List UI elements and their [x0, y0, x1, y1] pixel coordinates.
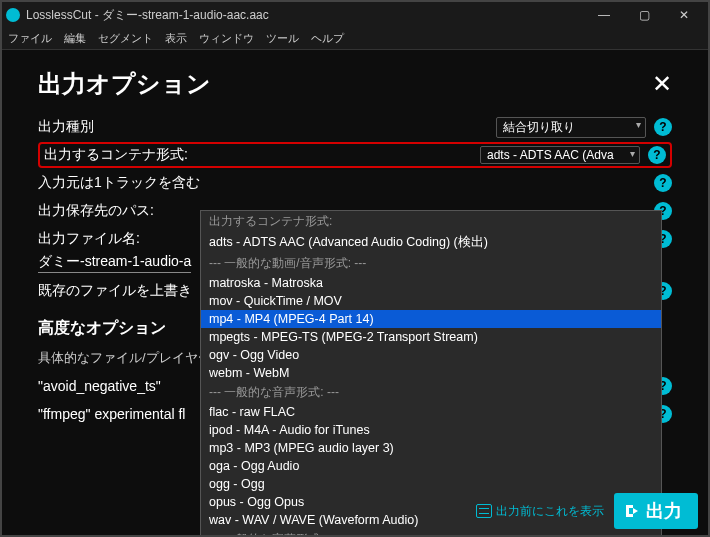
- menu-view[interactable]: 表示: [165, 31, 187, 46]
- tracks-label: 入力元は1トラックを含む: [38, 174, 200, 192]
- show-before-label: 出力前にこれを表示: [496, 503, 604, 520]
- dropdown-group-label: --- 一般的な音声形式: ---: [201, 382, 661, 403]
- export-options-dialog: 出力オプション ✕ 出力種別 結合切り取り ? 出力するコンテナ形式: adts…: [2, 50, 708, 535]
- titlebar: LosslessCut - ダミー-stream-1-audio-aac.aac…: [2, 2, 708, 28]
- output-filename[interactable]: ダミー-stream-1-audio-a: [38, 253, 191, 273]
- window-controls: — ▢ ✕: [584, 2, 704, 28]
- dropdown-item[interactable]: oga - Ogg Audio: [201, 457, 661, 475]
- filename-label: 出力ファイル名:: [38, 230, 140, 248]
- menubar: ファイル 編集 セグメント 表示 ウィンドウ ツール ヘルプ: [2, 28, 708, 50]
- output-type-label: 出力種別: [38, 118, 94, 136]
- menu-tools[interactable]: ツール: [266, 31, 299, 46]
- output-type-select[interactable]: 結合切り取り: [496, 117, 646, 138]
- close-window-button[interactable]: ✕: [664, 2, 704, 28]
- dropdown-item[interactable]: matroska - Matroska: [201, 274, 661, 292]
- container-format-row: 出力するコンテナ形式: adts - ADTS AAC (Adva ?: [38, 142, 672, 168]
- minimize-button[interactable]: —: [584, 2, 624, 28]
- dropdown-item[interactable]: adts - ADTS AAC (Advanced Audio Coding) …: [201, 232, 661, 253]
- export-button-label: 出力: [646, 499, 682, 523]
- dropdown-item[interactable]: mpegts - MPEG-TS (MPEG-2 Transport Strea…: [201, 328, 661, 346]
- dropdown-group-label: --- 一般的な字幕形式: ---: [201, 529, 661, 537]
- help-icon[interactable]: ?: [654, 174, 672, 192]
- footer-bar: 出力前にこれを表示 出力: [476, 493, 698, 529]
- window-title: LosslessCut - ダミー-stream-1-audio-aac.aac: [26, 7, 269, 24]
- menu-edit[interactable]: 編集: [64, 31, 86, 46]
- menu-window[interactable]: ウィンドウ: [199, 31, 254, 46]
- help-icon[interactable]: ?: [654, 118, 672, 136]
- container-format-select[interactable]: adts - ADTS AAC (Adva: [480, 146, 640, 164]
- container-format-label: 出力するコンテナ形式:: [44, 146, 188, 164]
- menu-help[interactable]: ヘルプ: [311, 31, 344, 46]
- dropdown-item[interactable]: mov - QuickTime / MOV: [201, 292, 661, 310]
- export-button[interactable]: 出力: [614, 493, 698, 529]
- menu-file[interactable]: ファイル: [8, 31, 52, 46]
- show-before-export-toggle[interactable]: 出力前にこれを表示: [476, 503, 604, 520]
- dropdown-item[interactable]: ogv - Ogg Video: [201, 346, 661, 364]
- list-icon: [476, 504, 492, 518]
- dropdown-item[interactable]: flac - raw FLAC: [201, 403, 661, 421]
- menu-segment[interactable]: セグメント: [98, 31, 153, 46]
- app-icon: [6, 8, 20, 22]
- dropdown-group-label: --- 一般的な動画/音声形式: ---: [201, 253, 661, 274]
- dropdown-item[interactable]: mp3 - MP3 (MPEG audio layer 3): [201, 439, 661, 457]
- close-icon[interactable]: ✕: [652, 70, 672, 98]
- dropdown-item-selected[interactable]: mp4 - MP4 (MPEG-4 Part 14): [201, 310, 661, 328]
- container-format-dropdown[interactable]: 出力するコンテナ形式: adts - ADTS AAC (Advanced Au…: [200, 210, 662, 537]
- help-icon[interactable]: ?: [648, 146, 666, 164]
- dropdown-item[interactable]: ogg - Ogg: [201, 475, 661, 493]
- ffmpeg-experimental-label: "ffmpeg" experimental fl: [38, 406, 185, 422]
- dialog-title: 出力オプション: [38, 68, 211, 100]
- overwrite-label: 既存のファイルを上書き: [38, 282, 192, 300]
- dropdown-item[interactable]: webm - WebM: [201, 364, 661, 382]
- dropdown-group-label: 出力するコンテナ形式:: [201, 211, 661, 232]
- dropdown-item[interactable]: ipod - M4A - Audio for iTunes: [201, 421, 661, 439]
- maximize-button[interactable]: ▢: [624, 2, 664, 28]
- avoid-negative-ts-label: "avoid_negative_ts": [38, 378, 161, 394]
- export-icon: [624, 503, 640, 519]
- save-path-label: 出力保存先のパス:: [38, 202, 154, 220]
